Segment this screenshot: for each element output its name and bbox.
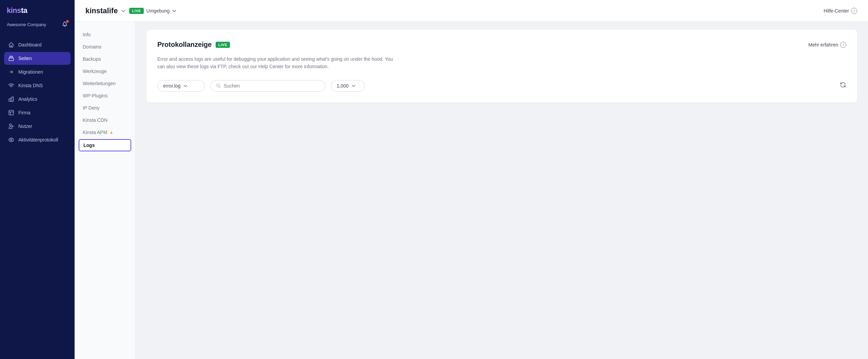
svg-rect-0 [9,110,14,115]
sidebar-item-label: Migrationen [18,69,43,75]
dns-icon [8,82,14,89]
site-dropdown-button[interactable] [120,8,126,14]
search-input[interactable] [224,83,320,89]
company-name: Awesome Company [7,22,46,27]
log-file-label: error.log [163,83,180,89]
card-title-area: Protokollanzeige LIVE [157,41,230,49]
help-label: Hilfe-Center [824,8,849,14]
lines-count-chevron [351,83,356,88]
layers-icon [8,55,14,61]
sub-nav-wp-plugins[interactable]: WP-Plugins [75,90,135,102]
kinsta-logo: kinsta [7,6,68,15]
sidebar-item-aktivitaet[interactable]: Aktivitätenprotokoll [4,133,71,146]
card-header: Protokollanzeige LIVE Mehr erfahren i [157,41,846,49]
analytics-icon [8,96,14,102]
sub-nav: Info Domains Backups Werkzeuge Weiterlei… [75,22,136,359]
sub-nav-kinsta-apm[interactable]: Kinsta APM ▲ [75,126,135,138]
sidebar-item-seiten[interactable]: Seiten [4,52,71,65]
apm-upgrade-icon: ▲ [109,130,113,135]
sidebar: kinsta Awesome Company Dashboard Seiten [0,0,75,359]
controls-row: error.log 1,000 [157,80,846,92]
firma-icon [8,110,14,116]
log-file-selector[interactable]: error.log [157,80,205,92]
sub-nav-domains[interactable]: Domains [75,41,135,53]
sidebar-item-nutzer[interactable]: Nutzer [4,120,71,133]
sidebar-item-firma[interactable]: Firma [4,106,71,119]
sidebar-item-kinsta-dns[interactable]: Kinsta DNS [4,79,71,92]
sub-nav-ip-deny[interactable]: IP Deny [75,102,135,114]
migration-icon [8,69,14,75]
nav-items: Dashboard Seiten Migrationen Kinsta DNS … [0,35,75,150]
sidebar-item-analytics[interactable]: Analytics [4,93,71,106]
search-box [210,80,326,92]
env-label: Umgebung [146,8,170,14]
card-title: Protokollanzeige [157,41,212,49]
sidebar-item-label: Analytics [18,96,37,102]
mehr-erfahren-link[interactable]: Mehr erfahren i [808,42,846,48]
search-icon [216,83,221,89]
sidebar-item-label: Seiten [18,56,32,61]
content-area: Info Domains Backups Werkzeuge Weiterlei… [75,22,868,359]
mehr-erfahren-icon: i [840,42,846,48]
refresh-icon [840,81,846,88]
content-card: Protokollanzeige LIVE Mehr erfahren i Er… [146,30,857,102]
environment-selector[interactable]: Umgebung [146,8,177,14]
sub-nav-weiterleitungen[interactable]: Weiterleitungen [75,77,135,90]
sidebar-item-label: Nutzer [18,124,32,129]
card-description: Error and access logs are useful for deb… [157,55,401,71]
sub-nav-kinsta-cdn[interactable]: Kinsta CDN [75,114,135,126]
help-icon: i [851,8,857,14]
user-plus-icon [8,123,14,129]
site-title-area: kinstalife LIVE Umgebung [85,6,177,15]
lines-count-label: 1,000 [337,83,349,89]
home-icon [8,42,14,48]
eye-icon [8,137,14,143]
lines-count-selector[interactable]: 1,000 [331,80,365,92]
logo-area: kinsta [0,0,75,18]
company-selector[interactable]: Awesome Company [0,18,75,35]
sidebar-item-label: Aktivitätenprotokoll [18,137,58,143]
log-file-chevron [183,83,188,88]
sidebar-item-dashboard[interactable]: Dashboard [4,38,71,51]
live-badge: LIVE [129,8,143,14]
sidebar-item-label: Kinsta DNS [18,83,43,88]
sub-nav-logs[interactable]: Logs [79,139,131,151]
sub-nav-backups[interactable]: Backups [75,53,135,65]
notifications-bell[interactable] [62,21,68,28]
sidebar-item-label: Dashboard [18,42,42,48]
card-live-badge: LIVE [216,42,230,48]
page-content: Protokollanzeige LIVE Mehr erfahren i Er… [136,22,868,359]
sidebar-item-label: Firma [18,110,31,115]
main-area: kinstalife LIVE Umgebung Hilfe-Center i … [75,0,868,359]
sub-nav-werkzeuge[interactable]: Werkzeuge [75,65,135,77]
site-name: kinstalife [85,6,118,15]
notification-dot [66,20,69,23]
top-header: kinstalife LIVE Umgebung Hilfe-Center i [75,0,868,22]
sidebar-item-migrationen[interactable]: Migrationen [4,65,71,78]
sub-nav-info[interactable]: Info [75,29,135,41]
help-link[interactable]: Hilfe-Center i [824,8,857,14]
refresh-button[interactable] [840,81,846,90]
